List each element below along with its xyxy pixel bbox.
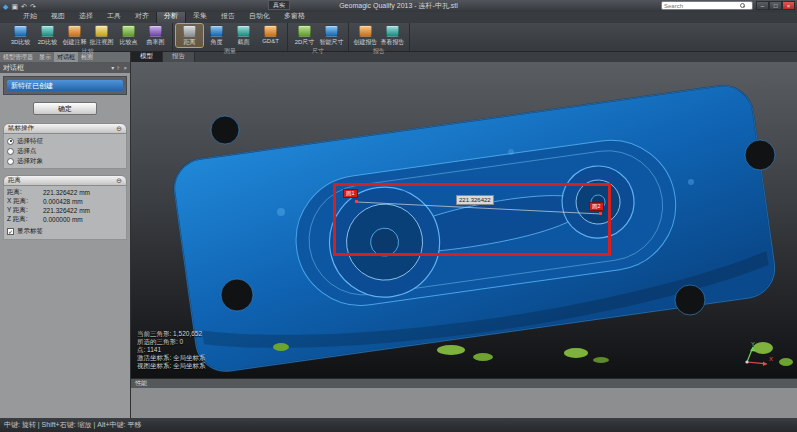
close-button[interactable]: × (782, 1, 795, 10)
value-text: 221.326422 mm (43, 207, 90, 214)
bottom-panel-header[interactable]: 性能 (131, 379, 797, 388)
panel-title: 对话框 (3, 63, 24, 73)
undo-icon[interactable]: ↶ (21, 3, 27, 10)
option-select-feature[interactable]: 选择特征 (7, 136, 123, 146)
ribbon-button-label: 批注视图 (90, 38, 114, 47)
y-distance-row: Y 距离: 221.326422 mm (7, 206, 123, 215)
radio-icon[interactable] (7, 138, 14, 145)
section-icon (237, 25, 250, 37)
panel-title-bar: 对话框 ▾ ⊦ × (0, 62, 130, 73)
viewport-3d-canvas[interactable]: 圆1 圆2 221.326422 当前三角形: 1,520,652 所选的三角形… (131, 62, 797, 378)
bottom-panel-title: 性能 (135, 379, 147, 388)
value-label: 距离: (7, 188, 43, 197)
ribbon-button-distance[interactable]: 距离 (176, 24, 203, 47)
ribbon-button-2d-compare[interactable]: 2D比较 (34, 24, 61, 47)
compare-3d-icon (14, 25, 27, 37)
ribbon-button-create-report[interactable]: 创建报告 (352, 24, 379, 47)
ribbon-group-label: 尺寸 (291, 47, 345, 57)
checkbox-icon[interactable]: ✓ (7, 228, 14, 235)
ribbon-button-2d-dimension[interactable]: 2D尺寸 (291, 24, 318, 47)
render-mode-label: 真实 (268, 0, 290, 10)
triad-y-label: Y (751, 341, 755, 347)
annotation-icon (68, 25, 81, 37)
gdt-icon (264, 25, 277, 37)
minimize-button[interactable]: – (756, 1, 769, 10)
ribbon-button-label: 2D比较 (38, 38, 58, 47)
main-area: 模型 报告 (131, 52, 797, 378)
annotation-rectangle (333, 183, 611, 256)
ribbon-button-label: 截面 (238, 38, 250, 47)
ribbon-button-view-report[interactable]: 查看报告 (379, 24, 406, 47)
ribbon-button-3d-compare[interactable]: 3D比较 (7, 24, 34, 47)
ribbon-button-label: 3D比较 (11, 38, 31, 47)
ribbon-group-measure: 距离 角度 截面 GD&T 测量 (173, 23, 288, 51)
close-panel-icon[interactable]: × (123, 65, 127, 71)
save-icon[interactable]: ▣ (11, 3, 18, 10)
ribbon-button-annotation-view[interactable]: 批注视图 (88, 24, 115, 47)
ribbon-button-label: 创建报告 (354, 38, 378, 47)
ribbon-button-curvature-map[interactable]: 曲率图 (142, 24, 169, 47)
ribbon-button-smart-dimension[interactable]: 智能尺寸 (318, 24, 345, 47)
distance-header[interactable]: 距离 ⊖ (3, 175, 127, 186)
ribbon-button-label: 2D尺寸 (295, 38, 315, 47)
value-label: Z 距离: (7, 215, 43, 224)
smart-dimension-icon (325, 25, 338, 37)
distance-row: 距离: 221.326422 mm (7, 188, 123, 197)
search-box[interactable] (661, 1, 753, 10)
search-input[interactable] (664, 2, 740, 9)
ok-button[interactable]: 确定 (33, 102, 97, 115)
ribbon-group-report: 创建报告 查看报告 报告 (349, 23, 410, 51)
option-select-object[interactable]: 选择对象 (7, 156, 123, 166)
measurement-point1-tag[interactable]: 圆1 (343, 189, 358, 198)
quick-access-toolbar: ◆ ▣ ↶ ↷ (0, 3, 36, 10)
annotation-view-icon (95, 25, 108, 37)
measurement-distance-label[interactable]: 221.326422 (456, 195, 494, 205)
pin-icon[interactable]: ⊦ (117, 64, 120, 71)
option-select-point[interactable]: 选择点 (7, 146, 123, 156)
ribbon-group-label: 比较 (7, 47, 169, 57)
value-text: 221.326422 mm (43, 189, 90, 196)
view-report-icon (386, 25, 399, 37)
section-title: 鼠标操作 (8, 124, 34, 133)
radio-icon[interactable] (7, 148, 14, 155)
dialog-panel-body: 新特征已创建 确定 鼠标操作 ⊖ 选择特征 选择点 (0, 73, 130, 418)
dialog-status-header: 新特征已创建 (7, 80, 123, 91)
distance-ruler-icon (183, 25, 196, 37)
collapse-icon[interactable]: ⊖ (116, 125, 122, 132)
ribbon-group-label: 测量 (176, 47, 284, 57)
x-distance-row: X 距离: 0.000428 mm (7, 197, 123, 206)
ribbon-button-gdt[interactable]: GD&T (257, 24, 284, 47)
viewport-stats: 当前三角形: 1,520,652 所选的三角形: 0 点: 1141 激活坐标系… (137, 330, 206, 370)
ribbon-group-compare: 3D比较 2D比较 创建注释 批注视图 比较点 (4, 23, 173, 51)
z-distance-row: Z 距离: 0.000000 mm (7, 215, 123, 224)
ribbon-button-label: 曲率图 (147, 38, 165, 47)
chevron-down-icon[interactable]: ▾ (111, 64, 114, 71)
application-window: ◆ ▣ ↶ ↷ Geomagic Qualify 2013 - 连杆-中孔.st… (0, 0, 797, 432)
mouse-actions-header[interactable]: 鼠标操作 ⊖ (3, 123, 127, 134)
option-label: 选择特征 (17, 137, 43, 146)
ribbon-button-angle[interactable]: 角度 (203, 24, 230, 47)
section-title: 距离 (8, 176, 21, 185)
ribbon-button-compare-points[interactable]: 比较点 (115, 24, 142, 47)
redo-icon[interactable]: ↷ (30, 3, 36, 10)
value-label: X 距离: (7, 197, 43, 206)
radio-icon[interactable] (7, 158, 14, 165)
stat-points: 点: 1141 (137, 346, 206, 354)
distance-section: 距离 ⊖ 距离: 221.326422 mm X 距离: 0.000428 mm… (3, 175, 127, 240)
option-label: 选择对象 (17, 157, 43, 166)
ribbon-tab-bar: 开始 视图 选择 工具 对齐 分析 采集 报告 自动化 多窗格 (0, 12, 797, 23)
collapse-icon[interactable]: ⊖ (116, 177, 122, 184)
search-icon[interactable] (740, 3, 745, 8)
ribbon-button-label: 距离 (184, 38, 196, 47)
stat-active-csys: 激活坐标系: 全局坐标系 (137, 354, 206, 362)
compare-points-icon (122, 25, 135, 37)
ribbon-button-create-annotation[interactable]: 创建注释 (61, 24, 88, 47)
maximize-button[interactable]: □ (769, 1, 782, 10)
measurement-point2-tag[interactable]: 圆2 (589, 202, 604, 211)
title-bar: ◆ ▣ ↶ ↷ Geomagic Qualify 2013 - 连杆-中孔.st… (0, 0, 797, 12)
ribbon-button-label: 智能尺寸 (320, 38, 344, 47)
ribbon-button-section[interactable]: 截面 (230, 24, 257, 47)
show-labels-option[interactable]: ✓ 显示标签 (7, 226, 123, 237)
stat-triangles: 当前三角形: 1,520,652 (137, 330, 206, 338)
ribbon-button-label: GD&T (262, 38, 279, 44)
